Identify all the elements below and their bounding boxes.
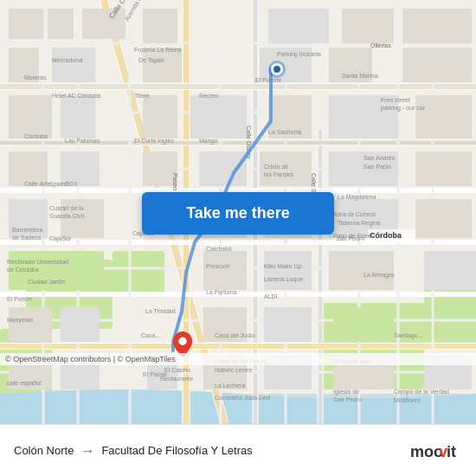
svg-text:De Tapas: De Tapas — [138, 57, 164, 64]
svg-text:los Faroles: los Faroles — [264, 171, 294, 177]
svg-text:San Pablo: San Pablo — [363, 164, 391, 170]
svg-text:San Andrés: San Andrés — [363, 155, 396, 161]
svg-text:Rectorado Universidad: Rectorado Universidad — [7, 259, 68, 265]
svg-rect-62 — [199, 151, 247, 186]
svg-text:Frescum: Frescum — [206, 263, 229, 269]
take-me-there-button[interactable]: Take me there — [142, 192, 334, 235]
svg-text:SpainBOX: SpainBOX — [49, 181, 78, 188]
svg-text:La Almagra: La Almagra — [363, 272, 395, 279]
svg-text:El Casino: El Casino — [164, 367, 190, 373]
svg-rect-39 — [9, 9, 43, 39]
svg-text:Free street: Free street — [381, 97, 410, 103]
moovit-logo: moo v it — [410, 441, 462, 460]
svg-rect-53 — [61, 95, 95, 138]
svg-rect-42 — [143, 9, 177, 43]
svg-text:Titere: Titere — [134, 93, 150, 99]
svg-rect-77 — [9, 307, 52, 342]
svg-rect-81 — [333, 307, 394, 342]
svg-text:Córdoba: Córdoba — [370, 231, 402, 240]
svg-rect-40 — [48, 9, 74, 39]
svg-rect-73 — [203, 251, 247, 290]
svg-text:La Trinidad: La Trinidad — [145, 308, 176, 314]
svg-text:La Fontana: La Fontana — [206, 289, 237, 295]
svg-text:ALDI: ALDI — [264, 293, 278, 299]
svg-text:Moreras: Moreras — [24, 74, 47, 80]
svg-rect-58 — [415, 95, 472, 138]
svg-text:San Pedro: San Pedro — [333, 396, 362, 402]
current-location-marker — [271, 63, 283, 75]
svg-text:Miraflores: Miraflores — [394, 397, 421, 403]
svg-rect-52 — [9, 95, 52, 138]
svg-text:El Corte Inglés: El Corte Inglés — [134, 138, 174, 145]
svg-rect-47 — [52, 48, 95, 82]
svg-rect-44 — [342, 9, 394, 43]
svg-text:Santa Marina: Santa Marina — [342, 73, 378, 79]
route-from: Colón Norte — [14, 444, 74, 457]
svg-rect-65 — [415, 151, 472, 186]
svg-text:El Portón: El Portón — [7, 296, 32, 302]
svg-text:Recreo: Recreo — [199, 93, 219, 99]
svg-rect-55 — [190, 95, 247, 138]
svg-rect-54 — [143, 95, 177, 138]
svg-rect-78 — [61, 307, 100, 342]
svg-text:El Puente: El Puente — [255, 77, 281, 83]
svg-rect-51 — [402, 48, 472, 82]
svg-text:Campo de la Verdad: Campo de la Verdad — [394, 389, 449, 396]
svg-rect-74 — [264, 251, 312, 290]
svg-text:Iglesia de: Iglesia de — [333, 389, 359, 396]
svg-text:Librería Luque: Librería Luque — [264, 276, 303, 283]
svg-text:Cuartel de la: Cuartel de la — [49, 205, 84, 211]
svg-text:Ollerias: Ollerias — [370, 42, 391, 48]
svg-text:Ciudad Jardín: Ciudad Jardín — [28, 279, 66, 285]
svg-rect-76 — [424, 251, 476, 290]
route-arrow: → — [80, 443, 94, 459]
svg-text:it: it — [447, 443, 456, 460]
svg-point-164 — [178, 338, 186, 345]
svg-text:Casa del Judío: Casa del Judío — [215, 332, 255, 338]
route-to: Facultad De Filosofía Y Letras — [101, 444, 252, 457]
map-container: Calle C... Moreras Córdoba Calle Arfe Ci… — [0, 0, 476, 424]
svg-rect-75 — [329, 251, 394, 290]
svg-text:Guardia Civil: Guardia Civil — [49, 213, 85, 219]
svg-text:Cristo de: Cristo de — [264, 164, 288, 170]
svg-rect-61 — [143, 151, 177, 186]
svg-text:Taberna Regina: Taberna Regina — [338, 220, 381, 227]
svg-text:Barrendera: Barrendera — [12, 227, 42, 233]
svg-text:Mercadona: Mercadona — [52, 57, 82, 63]
map-attribution: © OpenStreetMap contributors | © OpenMap… — [0, 353, 476, 365]
svg-text:Oficina de Correos: Oficina de Correos — [329, 211, 376, 217]
svg-rect-45 — [402, 9, 472, 43]
svg-rect-48 — [143, 48, 182, 82]
svg-rect-43 — [268, 9, 329, 43]
svg-text:La Sastrería: La Sastrería — [268, 129, 301, 135]
svg-rect-80 — [264, 307, 312, 342]
svg-rect-2 — [113, 251, 164, 294]
svg-rect-71 — [415, 199, 472, 238]
svg-text:Patio de Flores: Patio de Flores — [333, 233, 375, 239]
svg-text:Las Palomas: Las Palomas — [65, 138, 100, 144]
svg-text:Frutería La Reina: Frutería La Reina — [134, 47, 182, 53]
svg-text:La Lechera: La Lechera — [215, 383, 245, 389]
svg-text:historic centre: historic centre — [215, 367, 253, 373]
svg-text:café español: café español — [7, 380, 42, 387]
moovit-logo-svg: moo v it — [410, 441, 462, 460]
svg-text:Córdoba: Córdoba — [24, 133, 48, 139]
svg-text:Restaurante: Restaurante — [160, 376, 193, 382]
route-info: Colón Norte → Facultad De Filosofía Y Le… — [14, 443, 410, 459]
svg-text:Kiko Make Up: Kiko Make Up — [264, 263, 302, 270]
svg-text:Calle Arfe: Calle Arfe — [24, 181, 50, 187]
bottom-bar: Colón Norte → Facultad De Filosofía Y Le… — [0, 424, 476, 476]
svg-text:CajaSur: CajaSur — [49, 235, 72, 242]
svg-text:de Sadeco: de Sadeco — [12, 235, 42, 241]
svg-text:Catchalot: Catchalot — [206, 246, 232, 252]
svg-text:parking - our car: parking - our car — [381, 105, 426, 112]
svg-text:Casa...: Casa... — [141, 332, 160, 338]
svg-text:Parking bicicleta: Parking bicicleta — [277, 51, 321, 58]
svg-text:Hotel AC Córdoba: Hotel AC Córdoba — [52, 93, 101, 99]
svg-rect-41 — [82, 9, 125, 39]
svg-text:La Magdalena: La Magdalena — [338, 194, 376, 201]
svg-text:Mango: Mango — [199, 138, 218, 145]
svg-text:Santiago...: Santiago... — [394, 332, 423, 339]
svg-text:de Córdoba: de Córdoba — [7, 267, 39, 273]
svg-text:Masymas: Masymas — [7, 317, 33, 324]
